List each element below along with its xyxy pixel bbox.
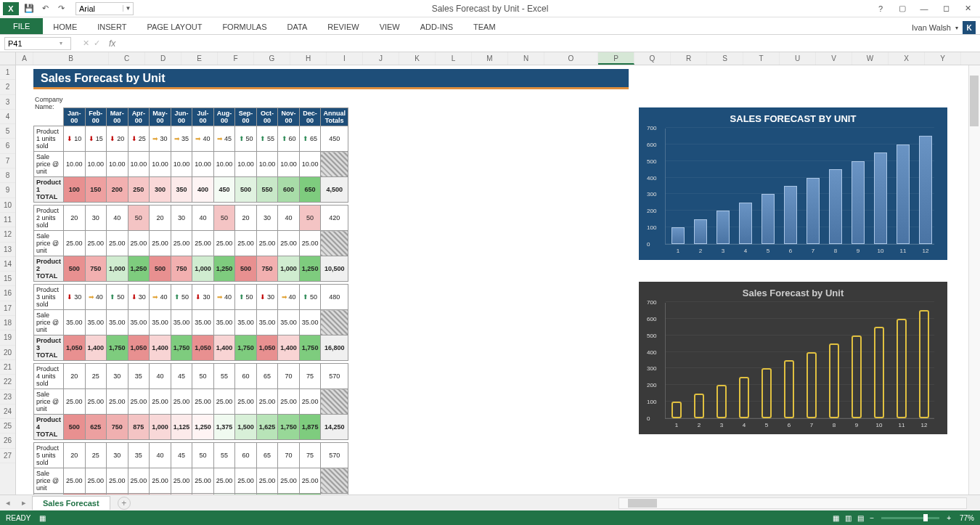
cell[interactable]: 25.00 <box>85 389 107 415</box>
cell[interactable]: ⬇25 <box>128 126 150 152</box>
cell[interactable]: ⬆65 <box>299 126 321 152</box>
row-header[interactable]: 23 <box>0 390 15 404</box>
cell[interactable]: 35.00 <box>107 310 128 335</box>
cell[interactable]: 25 <box>85 364 107 389</box>
row-header[interactable]: 18 <box>0 316 15 330</box>
row-header[interactable]: 21 <box>0 360 15 375</box>
column-header[interactable]: U <box>780 52 816 65</box>
font-input[interactable] <box>76 4 123 13</box>
redo-icon[interactable]: ↷ <box>55 3 67 15</box>
row-header[interactable]: 3 <box>0 95 15 110</box>
column-header[interactable]: E <box>181 52 218 65</box>
cell[interactable]: 500 <box>64 256 86 282</box>
cell[interactable]: ⬆50 <box>235 126 257 152</box>
cell[interactable]: 25.00 <box>256 231 278 256</box>
cell[interactable]: 1,000 <box>150 415 171 440</box>
chevron-down-icon[interactable]: ▼ <box>123 5 133 12</box>
cell[interactable]: 10.00 <box>150 152 171 177</box>
cell[interactable]: 25.00 <box>85 468 107 494</box>
tab-home[interactable]: HOME <box>43 20 87 34</box>
maximize-icon[interactable]: ◻ <box>936 1 955 16</box>
cell[interactable]: 10.00 <box>192 152 214 177</box>
cell[interactable]: 35.00 <box>299 310 321 335</box>
cell[interactable]: ➡40 <box>278 285 300 310</box>
enter-icon[interactable]: ✓ <box>94 38 100 48</box>
sheet-tab-active[interactable]: Sales Forecast <box>32 496 110 510</box>
select-all-corner[interactable] <box>0 52 15 65</box>
cell[interactable]: 1,400 <box>213 335 235 361</box>
row-header[interactable]: 20 <box>0 346 15 360</box>
cell[interactable]: 20 <box>64 205 86 231</box>
cell[interactable]: 10.00 <box>171 152 192 177</box>
cell[interactable]: ➡30 <box>150 126 171 152</box>
cell[interactable]: 200 <box>107 177 128 203</box>
cell[interactable]: 25.00 <box>213 231 235 256</box>
cell[interactable]: 1,750 <box>235 335 257 361</box>
vertical-scrollbar[interactable] <box>968 65 980 495</box>
sheet-grid[interactable]: 1234567891011121314151617181920212223242… <box>0 52 980 495</box>
tab-team[interactable]: TEAM <box>463 20 506 34</box>
cell[interactable]: 25.00 <box>299 231 321 256</box>
cell[interactable]: 35.00 <box>171 310 192 335</box>
fx-icon[interactable]: fx <box>109 38 115 49</box>
row-header[interactable]: 11 <box>0 213 15 227</box>
row-header[interactable]: 26 <box>0 434 15 448</box>
column-header[interactable]: P <box>598 52 634 65</box>
cell[interactable]: ➡45 <box>213 126 235 152</box>
cell[interactable]: ⬆55 <box>256 126 278 152</box>
cell[interactable]: 625 <box>85 415 107 440</box>
column-header[interactable]: C <box>109 52 145 65</box>
row-header[interactable]: 5 <box>0 124 15 139</box>
cell[interactable]: 25.00 <box>299 389 321 415</box>
cell[interactable]: ⬇15 <box>85 126 107 152</box>
row-header[interactable]: 24 <box>0 404 15 419</box>
cell[interactable]: 35 <box>128 364 150 389</box>
cell[interactable]: 35.00 <box>192 310 214 335</box>
save-icon[interactable]: 💾 <box>23 3 35 15</box>
cell[interactable]: 10.00 <box>107 152 128 177</box>
cell[interactable]: 450 <box>213 177 235 203</box>
cell[interactable]: ⬇30 <box>192 285 214 310</box>
tab-data[interactable]: DATA <box>277 20 318 34</box>
cell[interactable]: 35.00 <box>278 310 300 335</box>
name-box[interactable]: ▾ <box>4 37 71 50</box>
row-header[interactable]: 4 <box>0 110 15 124</box>
cell[interactable]: 25.00 <box>235 468 257 494</box>
cell[interactable]: ⬆50 <box>299 285 321 310</box>
cell[interactable]: 570 <box>321 443 348 468</box>
cell[interactable]: 1,050 <box>256 335 278 361</box>
cell[interactable]: 20 <box>235 205 257 231</box>
cell[interactable]: 50 <box>128 205 150 231</box>
tab-page-layout[interactable]: PAGE LAYOUT <box>136 20 212 34</box>
cell[interactable]: 45 <box>171 364 192 389</box>
cell[interactable]: 500 <box>150 256 171 282</box>
column-header[interactable]: Y <box>925 52 961 65</box>
cell[interactable]: 1,400 <box>85 335 107 361</box>
row-header[interactable]: 15 <box>0 272 15 286</box>
zoom-level[interactable]: 77% <box>960 514 974 522</box>
cell[interactable]: 25.00 <box>192 231 214 256</box>
cell[interactable]: 10.00 <box>128 152 150 177</box>
cell[interactable]: ⬇20 <box>107 126 128 152</box>
cell[interactable]: 30 <box>85 205 107 231</box>
cell[interactable]: 1,400 <box>150 335 171 361</box>
cell[interactable]: 25.00 <box>128 231 150 256</box>
cell[interactable]: 10.00 <box>278 152 300 177</box>
row-header[interactable]: 19 <box>0 330 15 345</box>
cell[interactable]: 25.00 <box>192 389 214 415</box>
cell[interactable]: 40 <box>150 364 171 389</box>
view-normal-icon[interactable]: ▦ <box>833 514 839 522</box>
cell[interactable]: 65 <box>256 443 278 468</box>
cell[interactable]: 25.00 <box>235 389 257 415</box>
cell[interactable]: 300 <box>150 177 171 203</box>
cell[interactable]: ➡35 <box>171 126 192 152</box>
row-header[interactable]: 17 <box>0 301 15 316</box>
column-header[interactable]: G <box>254 52 290 65</box>
row-header[interactable]: 12 <box>0 227 15 242</box>
cell[interactable]: 25.00 <box>150 389 171 415</box>
zoom-in-icon[interactable]: + <box>947 514 951 522</box>
ribbon-options-icon[interactable]: ▢ <box>893 1 912 16</box>
column-header[interactable]: N <box>508 52 544 65</box>
cell[interactable]: 1,750 <box>107 335 128 361</box>
cell[interactable]: 20 <box>150 205 171 231</box>
